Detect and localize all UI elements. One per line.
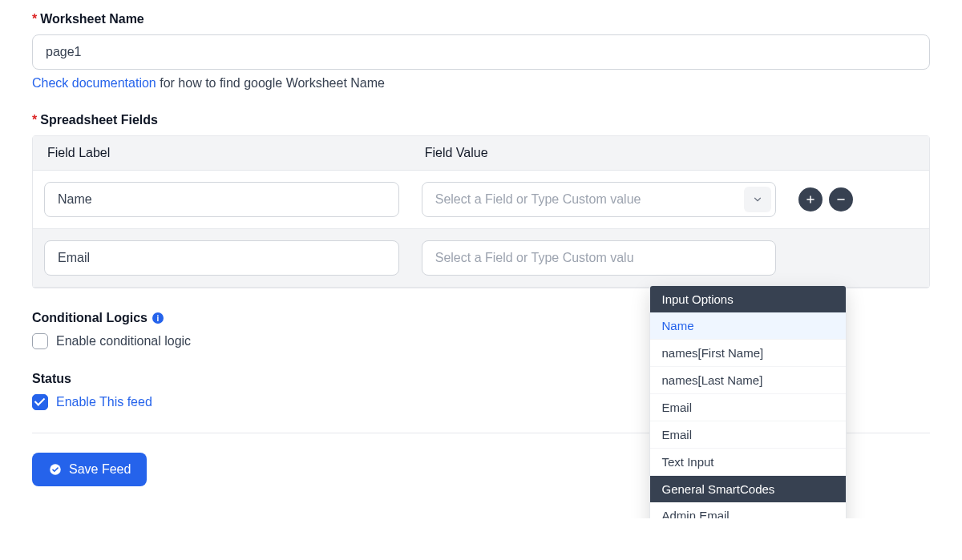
- spreadsheet-fields-table: Field Label Field Value Select a Field o…: [32, 135, 930, 288]
- dropdown-group-header: General SmartCodes: [650, 476, 846, 502]
- enable-conditional-logic-checkbox[interactable]: [32, 333, 48, 349]
- worksheet-help-rest: for how to find google Worksheet Name: [156, 76, 385, 90]
- field-label-input[interactable]: [44, 240, 399, 276]
- dropdown-option[interactable]: Email: [650, 421, 846, 449]
- row-actions: [798, 187, 918, 212]
- field-value-placeholder: Select a Field or Type Custom valu: [435, 251, 634, 264]
- dropdown-option[interactable]: names[Last Name]: [650, 367, 846, 394]
- save-feed-label: Save Feed: [69, 462, 131, 477]
- spreadsheet-fields-label: * Spreadsheet Fields: [32, 113, 930, 127]
- remove-row-button[interactable]: [829, 187, 853, 212]
- spreadsheet-fields-section: * Spreadsheet Fields Field Label Field V…: [32, 113, 930, 288]
- save-feed-button[interactable]: Save Feed: [32, 453, 147, 486]
- table-row: Select a Field or Type Custom value: [33, 171, 929, 229]
- field-value-select-wrap: Select a Field or Type Custom valu Input…: [422, 240, 777, 276]
- worksheet-name-input[interactable]: [32, 34, 930, 70]
- conditional-logics-title-text: Conditional Logics: [32, 311, 148, 325]
- table-row: Select a Field or Type Custom valu Input…: [33, 229, 929, 288]
- field-value-dropdown: Input Options Name names[First Name] nam…: [649, 285, 847, 518]
- field-label-input[interactable]: [44, 182, 399, 217]
- enable-conditional-logic-label: Enable conditional logic: [56, 334, 191, 348]
- minus-icon: [835, 194, 847, 205]
- column-field-value: Field Value: [410, 136, 788, 171]
- check-documentation-link[interactable]: Check documentation: [32, 76, 156, 90]
- column-actions: [787, 136, 929, 171]
- field-value-placeholder: Select a Field or Type Custom value: [435, 192, 641, 206]
- dropdown-option[interactable]: Name: [650, 312, 846, 340]
- dropdown-group-header: Input Options: [650, 286, 846, 312]
- field-value-select[interactable]: Select a Field or Type Custom valu: [422, 240, 777, 276]
- required-asterisk: *: [32, 113, 37, 127]
- dropdown-option[interactable]: Admin Email: [650, 502, 846, 518]
- spreadsheet-fields-label-text: Spreadsheet Fields: [40, 113, 158, 127]
- worksheet-help-text: Check documentation for how to find goog…: [32, 76, 930, 91]
- check-circle-icon: [48, 462, 63, 477]
- column-field-label: Field Label: [33, 136, 410, 171]
- dropdown-option[interactable]: Text Input: [650, 449, 846, 476]
- field-value-select[interactable]: Select a Field or Type Custom value: [422, 182, 777, 217]
- status-title-text: Status: [32, 372, 71, 386]
- dropdown-option[interactable]: Email: [650, 394, 846, 421]
- worksheet-name-section: * Worksheet Name Check documentation for…: [32, 12, 930, 91]
- info-icon: i: [152, 312, 164, 324]
- enable-feed-checkbox[interactable]: [32, 394, 48, 410]
- worksheet-name-label-text: Worksheet Name: [40, 12, 144, 26]
- field-value-select-wrap: Select a Field or Type Custom value: [422, 182, 777, 217]
- add-row-button[interactable]: [798, 187, 823, 212]
- required-asterisk: *: [32, 12, 37, 26]
- enable-feed-label: Enable This feed: [56, 395, 152, 409]
- dropdown-option[interactable]: names[First Name]: [650, 340, 846, 367]
- plus-icon: [805, 194, 816, 205]
- worksheet-name-label: * Worksheet Name: [32, 12, 930, 26]
